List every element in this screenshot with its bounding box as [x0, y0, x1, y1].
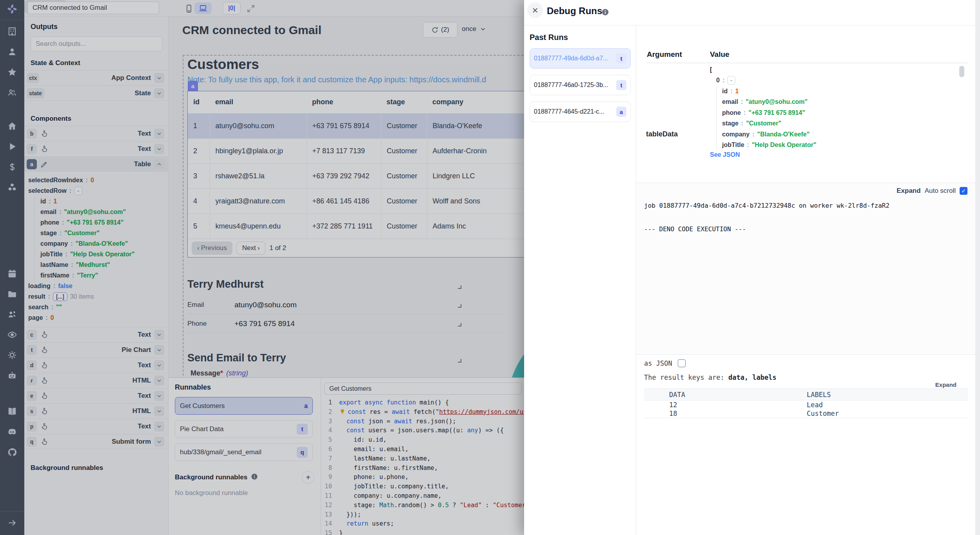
autoscroll-label: Auto scroll: [925, 187, 956, 195]
output-tree-row: [: [710, 64, 816, 75]
drawer-title: Debug Runs: [547, 5, 602, 16]
result-column-header: LABELS: [807, 391, 831, 399]
collapse-chip[interactable]: -: [727, 76, 735, 85]
result-row: 12Lead: [644, 401, 968, 409]
expand-log-link[interactable]: Expand: [897, 187, 920, 195]
debug-runs-drawer: × Debug Runs Past Runs 01887777-49da-6d0…: [524, 0, 980, 535]
job-log-line: job 01887777-49da-6d0d-a7c4-b7212732948c…: [644, 202, 889, 209]
result-table: DATALABELS 12Lead18Customer: [644, 388, 968, 418]
run-badge: t: [616, 80, 626, 90]
past-runs-column: Past Runs 01887777-49da-6d0d-a7... t0188…: [524, 25, 636, 535]
output-tree-row: 0:-: [716, 75, 816, 86]
autoscroll-checkbox[interactable]: ✓: [960, 187, 967, 195]
output-tree-row: id:1: [716, 86, 816, 97]
scrollbar-thumb[interactable]: [959, 66, 964, 77]
drawer-backdrop[interactable]: [0, 0, 524, 535]
close-icon[interactable]: ×: [527, 2, 543, 18]
argument-header: Argument: [647, 50, 682, 59]
output-tree-row: email:"atuny0@sohu.com": [716, 97, 816, 108]
as-json-label: as JSON: [644, 359, 672, 367]
run-id: 01887777-4645-d221-c...: [534, 108, 604, 115]
result-column-header: DATA: [644, 391, 807, 399]
argument-name: tableData: [646, 130, 678, 138]
past-run-item[interactable]: 01887777-4645-d221-c... a: [530, 102, 631, 122]
run-badge: a: [616, 107, 626, 117]
past-runs-label: Past Runs: [530, 33, 630, 42]
output-tree-row: phone:"+63 791 675 8914": [716, 107, 816, 118]
output-tree-row: company:"Blanda-O'Keefe": [716, 129, 816, 140]
job-log-section: Expand Auto scroll ✓ job 01887777-49da-6…: [636, 183, 975, 355]
past-run-item[interactable]: 01887777-46a0-1725-3b... t: [530, 75, 631, 95]
app-editor-window: |0| Outputs State & Context ctx App Cont…: [0, 0, 980, 535]
output-tree-row: jobTitle:"Help Desk Operator": [716, 140, 816, 151]
as-json-checkbox[interactable]: [678, 359, 686, 367]
result-keys-text: The result keys are: data, labels: [644, 374, 777, 381]
drawer-scrollbar-track[interactable]: [975, 0, 980, 535]
result-section: as JSON The result keys are: data, label…: [636, 355, 975, 535]
value-json-tree: [0:-id:1email:"atuny0@sohu.com"phone:"+6…: [710, 64, 816, 151]
see-json-link[interactable]: See JSON: [710, 151, 740, 158]
run-id: 01887777-49da-6d0d-a7...: [534, 55, 608, 62]
past-run-item[interactable]: 01887777-49da-6d0d-a7... t: [530, 48, 631, 69]
result-row: 18Customer: [644, 409, 968, 418]
run-id: 01887777-46a0-1725-3b...: [534, 82, 608, 89]
info-icon: [601, 8, 610, 16]
run-detail-column: Argument Value tableData [0:-id:1email:"…: [636, 25, 980, 535]
job-log-line: --- DENO CODE EXECUTION ---: [644, 225, 746, 233]
run-badge: t: [616, 53, 626, 63]
expand-result-link[interactable]: Expand: [935, 381, 956, 388]
output-tree-row: stage:"Customer": [716, 118, 816, 129]
value-header: Value: [710, 50, 730, 59]
